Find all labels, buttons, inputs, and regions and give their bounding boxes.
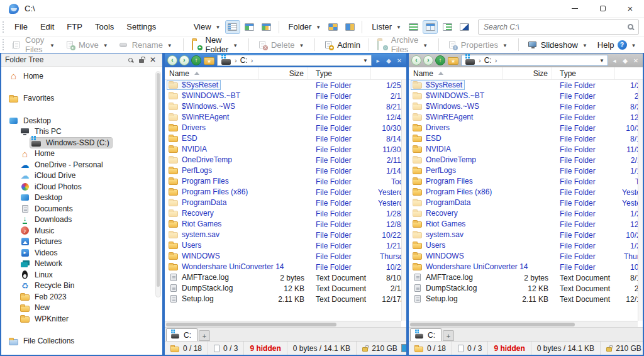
tree-item-icloud-photos[interactable]: iCloud Photos [1, 181, 162, 192]
source-dest-button[interactable]: ◂ [610, 57, 619, 64]
file-row-perflogs[interactable]: PerfLogsFile Folder1/14/20 [165, 165, 406, 176]
tree-item-videos[interactable]: ▸Videos [1, 247, 162, 259]
admin-button[interactable]: ★Admin [319, 39, 364, 51]
lister-mode-button-4[interactable] [457, 20, 472, 34]
file-row-wondershare-uniconverter-14[interactable]: Wondershare UniConverter 14File Folder10… [165, 262, 406, 272]
file-row-dumpstack-log[interactable]: DumpStack.log12 KBText Document2/1/20 [165, 283, 406, 294]
file-row-nvidia[interactable]: NVIDIAFile Folder11/30/20 [409, 144, 643, 155]
favorites-button[interactable]: ★ [448, 57, 458, 65]
file-row-windows[interactable]: WINDOWSFile FolderThursday [165, 251, 406, 262]
file-row-drivers[interactable]: DriversFile Folder10/30/20 [409, 123, 643, 133]
menu-tools[interactable]: Tools [89, 19, 120, 34]
close-pane-button[interactable]: ✕ [631, 57, 640, 64]
file-row-program-files-x86-[interactable]: Program Files (x86)File FolderYesterday [165, 187, 406, 197]
tree-item-this-pc[interactable]: This PC [1, 126, 162, 138]
tree-item-onedrive-personal[interactable]: ☁OneDrive - Personal [1, 159, 162, 170]
tree-item-network[interactable]: Network [1, 259, 162, 270]
column-header-size[interactable]: Size [503, 67, 552, 79]
swap-panes-button[interactable]: ◆ [621, 57, 630, 64]
file-row-esd[interactable]: ESDFile Folder8/14/20 [165, 133, 406, 144]
breadcrumb-dropdown-icon[interactable]: ▼ [599, 58, 604, 64]
search-icon[interactable] [628, 24, 633, 30]
file-row-perflogs[interactable]: PerfLogsFile Folder1/14/20 [409, 165, 643, 176]
tree-item-downloads[interactable]: ↓Downloads [1, 214, 162, 226]
chevron-down-icon[interactable]: ▼ [396, 25, 401, 30]
group-label-folder[interactable]: Folder [284, 19, 313, 34]
file-row-users[interactable]: UsersFile Folder1/21/20 [409, 240, 643, 251]
file-row-programdata[interactable]: ProgramDataFile FolderYesterday [165, 197, 406, 208]
breadcrumb-right[interactable]: ›C:›▼ [461, 55, 608, 66]
lister-mode-button-3[interactable] [440, 20, 455, 34]
minimize-button[interactable] [561, 0, 589, 17]
chevron-down-icon[interactable]: ▼ [502, 43, 508, 48]
file-row-program-files-x86-[interactable]: Program Files (x86)File FolderYesterday [409, 187, 643, 197]
column-header-name[interactable]: Name [165, 67, 259, 79]
help-button[interactable]: Help ? ▼ [594, 39, 643, 51]
vertical-scrollbar[interactable] [401, 80, 406, 321]
horizontal-scrollbar[interactable] [409, 321, 638, 327]
file-row-recovery[interactable]: RecoveryFile Folder1/28/20 [165, 208, 406, 219]
tree-item-pictures[interactable]: Pictures [1, 236, 162, 248]
chevron-down-icon[interactable]: ▼ [167, 43, 172, 48]
tree-item-favorites[interactable]: Favorites [1, 93, 162, 104]
file-row-users[interactable]: UsersFile Folder1/21/20 [165, 240, 406, 251]
chevron-down-icon[interactable]: ▼ [103, 43, 108, 48]
tab-c-drive[interactable]: C: [166, 328, 197, 341]
tree-item-icloud-drive[interactable]: ☁iCloud Drive [1, 170, 162, 182]
new-tab-button[interactable]: + [199, 330, 210, 341]
column-header-size[interactable]: Size [259, 67, 308, 79]
copy-files-button[interactable]: Copy Files▼ [8, 34, 61, 55]
close-button[interactable]: × [616, 0, 644, 17]
horizontal-scrollbar[interactable] [165, 321, 401, 327]
help-dropdown-arrow[interactable]: ▼ [631, 43, 636, 48]
tree-item-feb-2023[interactable]: Feb 2023 [1, 291, 162, 303]
file-row-wondershare-uniconverter-14[interactable]: Wondershare UniConverter 14File Folder10… [409, 262, 643, 272]
column-header-type[interactable]: Type [308, 67, 371, 79]
lister-mode-button-1[interactable] [406, 20, 421, 34]
file-row-recovery[interactable]: RecoveryFile Folder1/28/20 [409, 208, 643, 219]
file-row--windows-bt[interactable]: $WINDOWS.~BTFile Folder2/1/20 [409, 91, 643, 101]
tree-item-documents[interactable]: Documents [1, 203, 162, 214]
chevron-down-icon[interactable]: ▼ [316, 25, 321, 30]
folder-mode-button-2[interactable] [342, 20, 357, 34]
toolbar-drag-handle-2[interactable] [3, 39, 4, 50]
back-button[interactable]: ‹ [167, 55, 177, 65]
view-mode-button-1[interactable] [225, 20, 240, 34]
file-row-riot-games[interactable]: Riot GamesFile Folder12/8/20 [409, 219, 643, 230]
tab-c-drive[interactable]: C: [410, 328, 441, 341]
archive-files-button[interactable]: ○Archive Files▼ [374, 34, 434, 55]
maximize-button[interactable] [589, 0, 616, 17]
file-row-setup-log[interactable]: Setup.log2.11 KBText Document12/17/20 [409, 294, 643, 304]
forward-button[interactable]: › [423, 55, 433, 65]
tree-item-home[interactable]: ⌂Home [1, 70, 162, 82]
file-row--sysreset[interactable]: $SysResetFile Folder1/25/20 [165, 80, 406, 91]
tree-item-linux[interactable]: Linux [1, 269, 162, 281]
tree-item-recycle-bin[interactable]: ♻Recycle Bin [1, 281, 162, 292]
file-row-windows[interactable]: WINDOWSFile FolderThursday [409, 251, 643, 262]
file-row-dumpstack-log[interactable]: DumpStack.log12 KBText Document2/1/20 [409, 283, 643, 294]
view-mode-button-2[interactable] [242, 20, 257, 34]
file-row-drivers[interactable]: DriversFile Folder10/30/20 [165, 123, 406, 133]
tree-item-desktop[interactable]: Desktop [1, 192, 162, 204]
new-tab-button[interactable]: + [443, 330, 454, 341]
new-folder-button[interactable]: +New Folder▼ [188, 34, 245, 55]
tree-item-wpknitter[interactable]: WPKnitter [1, 313, 162, 325]
file-row-setup-log[interactable]: Setup.log2.11 KBText Document12/17/20 [165, 294, 406, 304]
breadcrumb-crumb[interactable]: C: [484, 56, 492, 65]
view-mode-button-3[interactable] [259, 20, 274, 34]
file-row-onedrivetemp[interactable]: OneDriveTempFile Folder2/11/20 [409, 155, 643, 165]
column-header-name[interactable]: Name [409, 67, 503, 79]
tree-scrollbar[interactable] [155, 71, 161, 298]
file-row-riot-games[interactable]: Riot GamesFile Folder12/8/20 [165, 219, 406, 230]
search-box[interactable] [478, 19, 639, 35]
chevron-down-icon[interactable]: ▼ [423, 43, 428, 48]
file-row--windows-bt[interactable]: $WINDOWS.~BTFile Folder2/1/20 [165, 91, 406, 101]
file-row-amftrace-log[interactable]: AMFTrace.log2 bytesText Document8/10/20 [409, 272, 643, 283]
tree-item-windows-ssd-c-[interactable]: Windows-SSD (C:) [1, 137, 162, 148]
file-row-system-sav[interactable]: system.savFile Folder10/22/20 [409, 230, 643, 240]
slideshow-button[interactable]: Slideshow▼ [523, 39, 594, 51]
search-input[interactable] [484, 23, 628, 31]
file-row-onedrivetemp[interactable]: OneDriveTempFile Folder2/11/20 [165, 155, 406, 165]
tree-close-button[interactable]: ✕ [147, 55, 158, 65]
file-row-system-sav[interactable]: system.savFile Folder10/22/20 [165, 230, 406, 240]
